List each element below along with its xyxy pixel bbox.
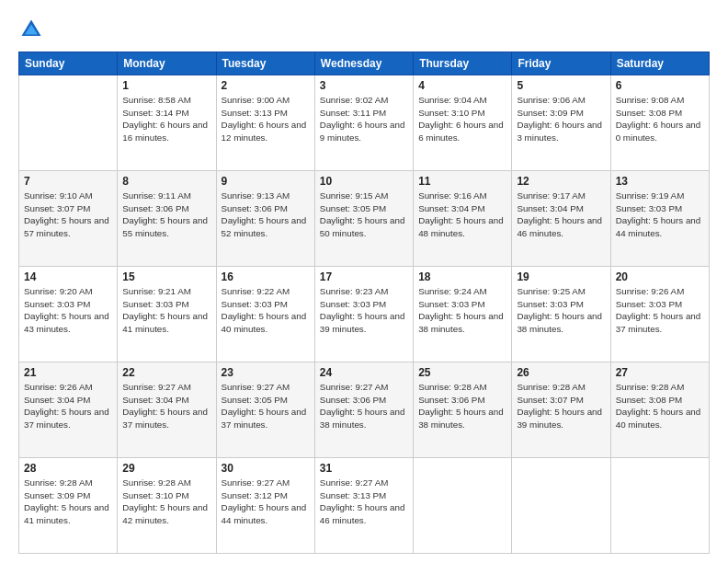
sunrise-text: Sunrise: 9:21 AM <box>122 286 191 296</box>
day-info: Sunrise: 9:21 AMSunset: 3:03 PMDaylight:… <box>122 285 210 336</box>
sunrise-text: Sunrise: 9:27 AM <box>320 382 389 392</box>
day-info: Sunrise: 9:17 AMSunset: 3:04 PMDaylight:… <box>517 190 605 240</box>
sunset-text: Sunset: 3:04 PM <box>122 395 188 405</box>
day-number: 13 <box>616 175 704 188</box>
day-number: 8 <box>122 175 210 188</box>
sunset-text: Sunset: 3:09 PM <box>517 108 583 118</box>
calendar-cell: 4Sunrise: 9:04 AMSunset: 3:10 PMDaylight… <box>414 75 512 171</box>
day-number: 28 <box>24 462 112 475</box>
calendar-cell: 31Sunrise: 9:27 AMSunset: 3:13 PMDayligh… <box>314 458 413 554</box>
calendar-cell <box>610 458 709 554</box>
sunrise-text: Sunrise: 9:27 AM <box>222 382 290 392</box>
sunrise-text: Sunrise: 9:08 AM <box>616 95 685 105</box>
daylight-text: Daylight: 5 hours and 37 minutes. <box>616 311 701 334</box>
sunrise-text: Sunrise: 9:28 AM <box>517 382 586 392</box>
day-info: Sunrise: 9:27 AMSunset: 3:06 PMDaylight:… <box>320 381 408 431</box>
calendar-week-2: 7Sunrise: 9:10 AMSunset: 3:07 PMDaylight… <box>19 171 710 267</box>
day-number: 9 <box>222 175 310 188</box>
day-info: Sunrise: 9:28 AMSunset: 3:06 PMDaylight:… <box>418 381 506 431</box>
daylight-text: Daylight: 6 hours and 16 minutes. <box>122 120 208 143</box>
daylight-text: Daylight: 5 hours and 52 minutes. <box>222 215 307 238</box>
day-info: Sunrise: 9:28 AMSunset: 3:08 PMDaylight:… <box>616 381 704 431</box>
sunset-text: Sunset: 3:03 PM <box>616 299 682 309</box>
day-number: 17 <box>320 270 408 283</box>
calendar-week-5: 28Sunrise: 9:28 AMSunset: 3:09 PMDayligh… <box>19 458 710 554</box>
calendar-cell: 7Sunrise: 9:10 AMSunset: 3:07 PMDaylight… <box>19 171 118 267</box>
sunset-text: Sunset: 3:14 PM <box>122 108 188 118</box>
day-info: Sunrise: 9:11 AMSunset: 3:06 PMDaylight:… <box>122 190 210 240</box>
sunrise-text: Sunrise: 9:20 AM <box>24 286 93 296</box>
sunrise-text: Sunrise: 9:27 AM <box>320 477 389 488</box>
sunrise-text: Sunrise: 9:10 AM <box>24 190 93 201</box>
col-header-tuesday: Tuesday <box>216 52 314 75</box>
sunrise-text: Sunrise: 9:26 AM <box>24 382 93 392</box>
day-info: Sunrise: 9:08 AMSunset: 3:08 PMDaylight:… <box>616 94 704 144</box>
sunset-text: Sunset: 3:03 PM <box>320 299 386 309</box>
day-number: 31 <box>320 462 408 475</box>
day-number: 14 <box>24 270 112 283</box>
calendar-cell: 10Sunrise: 9:15 AMSunset: 3:05 PMDayligh… <box>314 171 413 267</box>
sunset-text: Sunset: 3:07 PM <box>517 395 583 405</box>
calendar-cell: 27Sunrise: 9:28 AMSunset: 3:08 PMDayligh… <box>610 362 709 458</box>
sunset-text: Sunset: 3:06 PM <box>222 203 288 213</box>
sunrise-text: Sunrise: 9:00 AM <box>222 95 290 105</box>
sunrise-text: Sunrise: 9:28 AM <box>418 382 487 392</box>
sunset-text: Sunset: 3:04 PM <box>517 203 583 213</box>
calendar-cell: 20Sunrise: 9:26 AMSunset: 3:03 PMDayligh… <box>610 267 709 362</box>
day-number: 7 <box>24 175 112 188</box>
logo <box>18 17 48 42</box>
sunrise-text: Sunrise: 8:58 AM <box>122 95 191 105</box>
day-number: 24 <box>320 366 408 379</box>
calendar-cell: 18Sunrise: 9:24 AMSunset: 3:03 PMDayligh… <box>414 267 512 362</box>
daylight-text: Daylight: 5 hours and 38 minutes. <box>517 311 602 334</box>
sunrise-text: Sunrise: 9:28 AM <box>122 477 191 488</box>
day-number: 3 <box>320 79 408 92</box>
day-number: 16 <box>222 270 310 283</box>
sunrise-text: Sunrise: 9:16 AM <box>418 190 487 201</box>
calendar-cell: 19Sunrise: 9:25 AMSunset: 3:03 PMDayligh… <box>512 267 610 362</box>
sunrise-text: Sunrise: 9:04 AM <box>418 95 487 105</box>
day-info: Sunrise: 9:27 AMSunset: 3:13 PMDaylight:… <box>320 477 408 527</box>
calendar-cell: 12Sunrise: 9:17 AMSunset: 3:04 PMDayligh… <box>512 171 610 267</box>
sunset-text: Sunset: 3:11 PM <box>320 108 386 118</box>
sunset-text: Sunset: 3:06 PM <box>418 395 484 405</box>
col-header-friday: Friday <box>512 52 610 75</box>
calendar-cell: 21Sunrise: 9:26 AMSunset: 3:04 PMDayligh… <box>19 362 118 458</box>
day-info: Sunrise: 9:27 AMSunset: 3:12 PMDaylight:… <box>222 477 310 527</box>
daylight-text: Daylight: 5 hours and 38 minutes. <box>320 407 405 430</box>
calendar-cell: 3Sunrise: 9:02 AMSunset: 3:11 PMDaylight… <box>314 75 413 171</box>
day-number: 22 <box>122 366 210 379</box>
calendar-cell: 13Sunrise: 9:19 AMSunset: 3:03 PMDayligh… <box>610 171 709 267</box>
day-number: 19 <box>517 270 605 283</box>
daylight-text: Daylight: 5 hours and 40 minutes. <box>616 407 701 430</box>
daylight-text: Daylight: 5 hours and 44 minutes. <box>616 215 701 238</box>
sunrise-text: Sunrise: 9:28 AM <box>24 477 93 488</box>
sunrise-text: Sunrise: 9:17 AM <box>517 190 586 201</box>
sunrise-text: Sunrise: 9:27 AM <box>222 477 290 488</box>
sunset-text: Sunset: 3:13 PM <box>222 108 288 118</box>
page: SundayMondayTuesdayWednesdayThursdayFrid… <box>0 0 728 563</box>
sunset-text: Sunset: 3:03 PM <box>616 203 682 213</box>
daylight-text: Daylight: 5 hours and 42 minutes. <box>122 502 208 525</box>
calendar-week-4: 21Sunrise: 9:26 AMSunset: 3:04 PMDayligh… <box>19 362 710 458</box>
calendar-cell: 11Sunrise: 9:16 AMSunset: 3:04 PMDayligh… <box>414 171 512 267</box>
sunset-text: Sunset: 3:06 PM <box>122 203 188 213</box>
calendar-cell <box>414 458 512 554</box>
daylight-text: Daylight: 5 hours and 50 minutes. <box>320 215 405 238</box>
day-number: 25 <box>418 366 506 379</box>
day-info: Sunrise: 9:00 AMSunset: 3:13 PMDaylight:… <box>222 94 310 144</box>
sunrise-text: Sunrise: 9:24 AM <box>418 286 487 296</box>
calendar-cell: 16Sunrise: 9:22 AMSunset: 3:03 PMDayligh… <box>216 267 314 362</box>
day-number: 10 <box>320 175 408 188</box>
daylight-text: Daylight: 5 hours and 38 minutes. <box>418 311 504 334</box>
daylight-text: Daylight: 5 hours and 37 minutes. <box>122 407 208 430</box>
day-number: 21 <box>24 366 112 379</box>
daylight-text: Daylight: 5 hours and 57 minutes. <box>24 215 109 238</box>
sunset-text: Sunset: 3:04 PM <box>418 203 484 213</box>
day-info: Sunrise: 9:20 AMSunset: 3:03 PMDaylight:… <box>24 285 112 336</box>
sunrise-text: Sunrise: 9:26 AM <box>616 286 685 296</box>
day-number: 30 <box>222 462 310 475</box>
sunset-text: Sunset: 3:07 PM <box>24 203 90 213</box>
calendar-cell: 17Sunrise: 9:23 AMSunset: 3:03 PMDayligh… <box>314 267 413 362</box>
col-header-wednesday: Wednesday <box>314 52 413 75</box>
